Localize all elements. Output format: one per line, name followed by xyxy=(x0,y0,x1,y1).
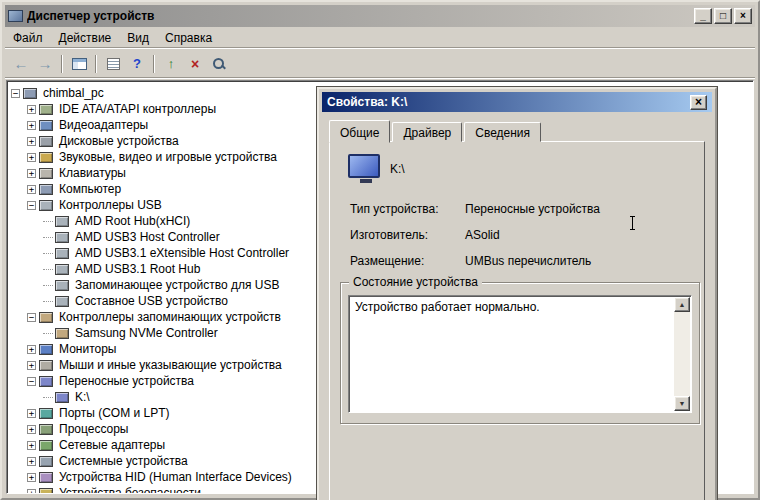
titlebar[interactable]: Диспетчер устройств _ □ × xyxy=(5,5,755,27)
scan-hardware-button[interactable] xyxy=(207,52,231,75)
expand-toggle[interactable]: + xyxy=(27,121,36,130)
properties-button[interactable] xyxy=(101,52,125,75)
tree-item-label[interactable]: Клавиатуры xyxy=(57,166,128,180)
dialog-title: Свойства: K:\ xyxy=(327,95,407,109)
help-button[interactable]: ? xyxy=(125,52,149,75)
expand-toggle[interactable]: + xyxy=(27,185,36,194)
tab-panel-general: K:\ Тип устройства: Переносные устройств… xyxy=(329,141,705,500)
expand-toggle[interactable]: + xyxy=(27,361,36,370)
tab-general[interactable]: Общие xyxy=(329,120,390,143)
collapse-toggle[interactable]: − xyxy=(27,201,36,210)
forward-button[interactable]: → xyxy=(33,52,57,75)
toolbar: ←→?↑× xyxy=(5,50,755,78)
expand-toggle[interactable]: + xyxy=(27,457,36,466)
question-icon: ? xyxy=(133,56,141,71)
security-device-icon xyxy=(39,488,53,495)
expand-toggle[interactable]: + xyxy=(27,105,36,114)
window-title: Диспетчер устройств xyxy=(27,9,692,23)
tree-item-label[interactable]: Устройства безопасности xyxy=(57,486,203,494)
dialog-titlebar[interactable]: Свойства: K:\ × xyxy=(322,92,712,112)
expand-toggle[interactable]: + xyxy=(27,441,36,450)
tree-item-label[interactable]: chimbal_pc xyxy=(41,86,106,100)
tree-item-label[interactable]: Запоминающее устройство для USB xyxy=(73,278,281,292)
tree-item-label[interactable]: AMD Root Hub(xHCI) xyxy=(73,214,192,228)
tree-item-label[interactable]: AMD USB3 Host Controller xyxy=(73,230,222,244)
tree-item-label[interactable]: AMD USB3.1 Root Hub xyxy=(73,262,202,276)
maximize-button[interactable]: □ xyxy=(714,8,732,24)
dialog-close-button[interactable]: × xyxy=(690,95,707,110)
expand-toggle[interactable]: + xyxy=(27,409,36,418)
expand-toggle[interactable]: + xyxy=(27,345,36,354)
port-icon xyxy=(39,408,53,419)
expand-toggle[interactable]: + xyxy=(27,489,36,495)
menu-file[interactable]: Файл xyxy=(5,29,51,47)
usb-controller-icon xyxy=(55,248,69,259)
tree-item-label[interactable]: AMD USB3.1 eXtensible Host Controller xyxy=(73,246,291,260)
usb-controller-icon xyxy=(55,280,69,291)
tab-driver[interactable]: Драйвер xyxy=(392,122,462,142)
collapse-toggle[interactable]: − xyxy=(27,313,36,322)
tree-connector xyxy=(43,221,53,222)
tree-item-label[interactable]: Мониторы xyxy=(57,342,118,356)
main-window: Диспетчер устройств _ □ × Файл Действие … xyxy=(0,0,760,500)
monitor-icon xyxy=(39,344,53,355)
expand-toggle[interactable]: + xyxy=(27,169,36,178)
show-console-tree-button[interactable] xyxy=(67,52,91,75)
tree-item-label[interactable]: Составное USB устройство xyxy=(73,294,230,308)
system-device-icon xyxy=(39,456,53,467)
field-row-device-type: Тип устройства: Переносные устройства xyxy=(330,202,704,218)
collapse-toggle[interactable]: − xyxy=(11,89,20,98)
usb-controller-icon xyxy=(55,216,69,227)
tree-connector xyxy=(43,397,53,398)
tree-item-label[interactable]: Устройства HID (Human Interface Devices) xyxy=(57,470,294,484)
update-driver-button[interactable]: ↑ xyxy=(159,52,183,75)
tree-item-label[interactable]: Процессоры xyxy=(57,422,131,436)
tree-item-label[interactable]: Samsung NVMe Controller xyxy=(73,326,220,340)
status-scrollbar[interactable]: ▲ ▼ xyxy=(674,297,690,411)
keyboard-icon xyxy=(39,168,53,179)
expand-toggle[interactable]: + xyxy=(27,425,36,434)
manufacturer-value: ASolid xyxy=(465,228,500,242)
tree-connector xyxy=(43,237,53,238)
tree-item-label[interactable]: IDE ATA/ATAPI контроллеры xyxy=(57,102,218,116)
close-button[interactable]: × xyxy=(734,8,752,24)
mouse-icon xyxy=(39,360,53,371)
expand-toggle[interactable]: + xyxy=(27,137,36,146)
tree-item-label[interactable]: Дисковые устройства xyxy=(57,134,181,148)
tree-item-label[interactable]: Контроллеры запоминающих устройств xyxy=(57,310,283,324)
tree-item-label[interactable]: Контроллеры USB xyxy=(57,198,164,212)
portable-device-icon xyxy=(55,392,69,403)
tree-item-label[interactable]: Видеоадаптеры xyxy=(57,118,150,132)
uninstall-device-button[interactable]: × xyxy=(183,52,207,75)
menu-view[interactable]: Вид xyxy=(119,29,157,47)
expand-toggle[interactable]: + xyxy=(27,473,36,482)
tree-item-label[interactable]: Мыши и иные указывающие устройства xyxy=(57,358,284,372)
arrow-left-icon: ← xyxy=(14,55,29,72)
tab-details[interactable]: Сведения xyxy=(464,122,541,142)
tree-item-label[interactable]: Переносные устройства xyxy=(57,374,196,388)
device-manager-icon xyxy=(8,10,23,22)
scroll-up-button[interactable]: ▲ xyxy=(674,297,690,312)
computer-icon xyxy=(39,184,53,195)
tree-item-label[interactable]: Сетевые адаптеры xyxy=(57,438,167,452)
menu-action[interactable]: Действие xyxy=(51,29,120,47)
tree-connector xyxy=(43,301,53,302)
menu-help[interactable]: Справка xyxy=(157,29,220,47)
tree-connector xyxy=(43,253,53,254)
properties-dialog: Свойства: K:\ × Общие Драйвер Сведения K… xyxy=(317,87,717,500)
back-button[interactable]: ← xyxy=(9,52,33,75)
tree-item-label[interactable]: Системные устройства xyxy=(57,454,190,468)
network-adapter-icon xyxy=(39,440,53,451)
scroll-down-button[interactable]: ▼ xyxy=(674,396,690,411)
disk-drive-icon xyxy=(39,136,53,147)
collapse-toggle[interactable]: − xyxy=(27,377,36,386)
tree-item-label[interactable]: Звуковые, видео и игровые устройства xyxy=(57,150,279,164)
tree-item-label[interactable]: Компьютер xyxy=(57,182,123,196)
location-label: Размещение: xyxy=(350,254,424,268)
hid-device-icon xyxy=(39,472,53,483)
tree-item-label[interactable]: K:\ xyxy=(73,390,92,404)
expand-toggle[interactable]: + xyxy=(27,153,36,162)
tree-item-label[interactable]: Порты (COM и LPT) xyxy=(57,406,172,420)
storage-controller-icon xyxy=(39,312,53,323)
minimize-button[interactable]: _ xyxy=(694,8,712,24)
